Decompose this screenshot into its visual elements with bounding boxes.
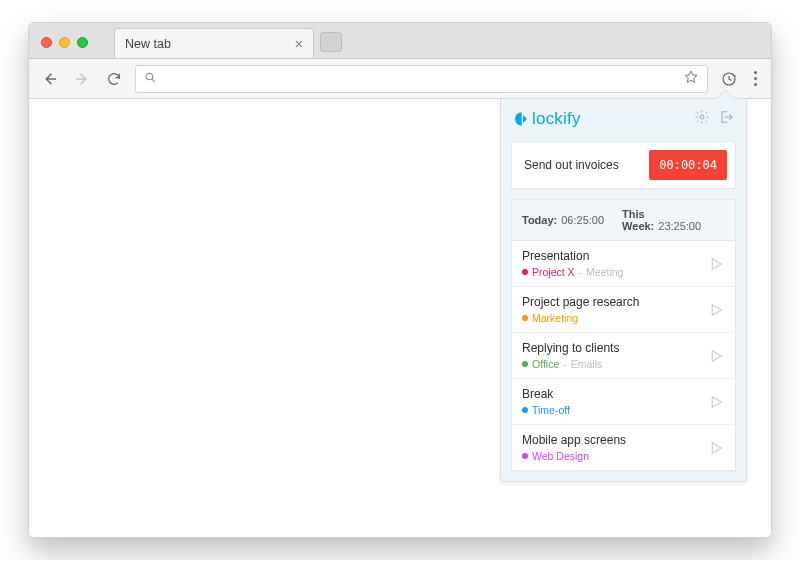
- project-name: Time-off: [532, 404, 570, 416]
- close-window-button[interactable]: [41, 37, 52, 48]
- entry-tag: Emails: [571, 358, 603, 370]
- time-entry[interactable]: Mobile app screensWeb Design: [512, 424, 735, 470]
- entry-info: PresentationProject X-Meeting: [522, 249, 623, 278]
- arrow-right-icon: [73, 70, 91, 88]
- project-color-dot: [522, 315, 528, 321]
- entry-meta: Project X-Meeting: [522, 266, 623, 278]
- continue-entry-button[interactable]: [707, 393, 725, 411]
- continue-entry-button[interactable]: [707, 255, 725, 273]
- project-color-dot: [522, 361, 528, 367]
- timer-row: Send out invoices 00:00:04: [511, 141, 736, 189]
- entry-meta: Time-off: [522, 404, 570, 416]
- reload-button[interactable]: [103, 68, 125, 90]
- entry-title: Break: [522, 387, 570, 401]
- entry-info: BreakTime-off: [522, 387, 570, 416]
- time-entry[interactable]: Project page researchMarketing: [512, 286, 735, 332]
- entry-meta: Web Design: [522, 450, 626, 462]
- clockify-popup: lockify Send out invoices 00:00:04 Tod: [500, 98, 747, 482]
- continue-entry-button[interactable]: [707, 439, 725, 457]
- time-entry[interactable]: PresentationProject X-Meeting: [512, 240, 735, 286]
- arrow-left-icon: [41, 70, 59, 88]
- play-icon: [707, 347, 725, 365]
- tab-strip: New tab ×: [29, 23, 771, 59]
- entry-meta: Marketing: [522, 312, 639, 324]
- time-entry[interactable]: Replying to clientsOffice-Emails: [512, 332, 735, 378]
- project-color-dot: [522, 453, 528, 459]
- summary-bar: Today:06:25:00 This Week:23:25:00: [511, 199, 736, 240]
- browser-toolbar: [29, 59, 771, 99]
- clockify-mark-icon: [513, 111, 529, 127]
- forward-button[interactable]: [71, 68, 93, 90]
- new-tab-button[interactable]: [320, 32, 342, 52]
- entry-title: Replying to clients: [522, 341, 619, 355]
- browser-tab[interactable]: New tab ×: [114, 28, 314, 58]
- entry-info: Mobile app screensWeb Design: [522, 433, 626, 462]
- project-color-dot: [522, 269, 528, 275]
- project-name: Office: [532, 358, 559, 370]
- svg-point-2: [700, 115, 704, 119]
- search-icon: [144, 71, 157, 87]
- bookmark-star-icon[interactable]: [683, 69, 699, 89]
- project-name: Marketing: [532, 312, 578, 324]
- address-bar[interactable]: [135, 65, 708, 93]
- today-value: 06:25:00: [561, 214, 604, 226]
- browser-menu-button[interactable]: [750, 71, 761, 86]
- reload-icon: [106, 71, 122, 87]
- play-icon: [707, 301, 725, 319]
- svg-point-0: [146, 73, 153, 80]
- popup-header: lockify: [501, 99, 746, 137]
- project-name: Web Design: [532, 450, 589, 462]
- week-summary: This Week:23:25:00: [622, 208, 725, 232]
- url-input[interactable]: [165, 71, 675, 86]
- window-controls: [37, 37, 94, 58]
- continue-entry-button[interactable]: [707, 301, 725, 319]
- play-icon: [707, 393, 725, 411]
- minimize-window-button[interactable]: [59, 37, 70, 48]
- stop-timer-button[interactable]: 00:00:04: [649, 150, 727, 180]
- project-name: Project X: [532, 266, 575, 278]
- week-label: This Week:: [622, 208, 654, 232]
- settings-button[interactable]: [694, 109, 710, 129]
- browser-window: New tab ×: [28, 22, 772, 538]
- time-entry[interactable]: BreakTime-off: [512, 378, 735, 424]
- back-button[interactable]: [39, 68, 61, 90]
- project-color-dot: [522, 407, 528, 413]
- entry-title: Presentation: [522, 249, 623, 263]
- logout-button[interactable]: [718, 109, 734, 129]
- gear-icon: [694, 109, 710, 125]
- clockify-extension-button[interactable]: [718, 68, 740, 90]
- maximize-window-button[interactable]: [77, 37, 88, 48]
- week-value: 23:25:00: [658, 220, 701, 232]
- today-summary: Today:06:25:00: [522, 214, 604, 226]
- logout-icon: [718, 109, 734, 125]
- entry-title: Mobile app screens: [522, 433, 626, 447]
- play-icon: [707, 439, 725, 457]
- entry-tag: Meeting: [586, 266, 623, 278]
- play-icon: [707, 255, 725, 273]
- brand-text: lockify: [532, 109, 581, 129]
- clock-icon: [720, 70, 738, 88]
- continue-entry-button[interactable]: [707, 347, 725, 365]
- entry-meta: Office-Emails: [522, 358, 619, 370]
- entries-list: PresentationProject X-MeetingProject pag…: [511, 240, 736, 471]
- page-content: lockify Send out invoices 00:00:04 Tod: [29, 99, 771, 537]
- entry-info: Replying to clientsOffice-Emails: [522, 341, 619, 370]
- today-label: Today:: [522, 214, 557, 226]
- clockify-logo: lockify: [513, 109, 581, 129]
- entry-title: Project page research: [522, 295, 639, 309]
- close-tab-button[interactable]: ×: [295, 36, 303, 52]
- tab-title: New tab: [125, 37, 171, 51]
- task-description-input[interactable]: Send out invoices: [524, 158, 619, 172]
- entry-info: Project page researchMarketing: [522, 295, 639, 324]
